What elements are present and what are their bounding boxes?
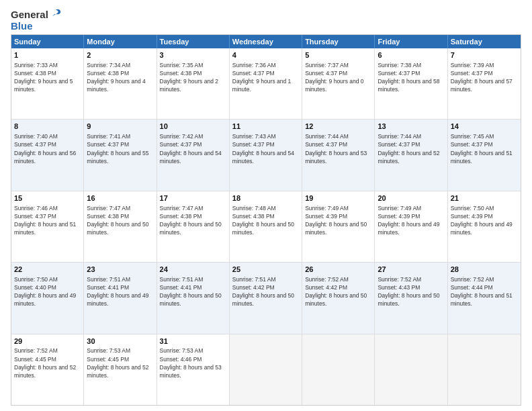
calendar-cell: 4Sunrise: 7:36 AMSunset: 4:37 PMDaylight…: [230, 48, 302, 119]
day-number: 7: [451, 50, 518, 60]
cell-info: Sunrise: 7:44 AMSunset: 4:37 PMDaylight:…: [378, 133, 439, 164]
calendar-cell: 11Sunrise: 7:43 AMSunset: 4:37 PMDayligh…: [230, 120, 302, 190]
calendar-cell: 1Sunrise: 7:33 AMSunset: 4:38 PMDaylight…: [11, 48, 84, 119]
calendar-cell: 16Sunrise: 7:47 AMSunset: 4:38 PMDayligh…: [84, 191, 157, 262]
calendar-week-row: 1Sunrise: 7:33 AMSunset: 4:38 PMDaylight…: [11, 48, 521, 119]
calendar-cell: 22Sunrise: 7:50 AMSunset: 4:40 PMDayligh…: [11, 263, 84, 333]
cell-info: Sunrise: 7:46 AMSunset: 4:37 PMDaylight:…: [14, 205, 76, 236]
day-number: 1: [14, 50, 81, 60]
page-header: General Blue: [11, 8, 521, 32]
day-number: 20: [378, 193, 444, 203]
day-number: 11: [232, 122, 299, 132]
calendar-week-row: 8Sunrise: 7:40 AMSunset: 4:37 PMDaylight…: [11, 119, 521, 190]
calendar-cell: 13Sunrise: 7:44 AMSunset: 4:37 PMDayligh…: [375, 120, 447, 190]
day-number: 15: [14, 193, 81, 203]
logo-blue-text: Blue: [11, 20, 33, 32]
day-number: 9: [87, 122, 153, 132]
day-number: 17: [160, 193, 226, 203]
calendar-cell: 9Sunrise: 7:41 AMSunset: 4:37 PMDaylight…: [84, 120, 157, 190]
day-number: 16: [87, 193, 153, 203]
calendar-cell: 2Sunrise: 7:34 AMSunset: 4:38 PMDaylight…: [84, 48, 157, 119]
cell-info: Sunrise: 7:39 AMSunset: 4:37 PMDaylight:…: [451, 62, 513, 93]
day-number: 28: [451, 265, 518, 275]
calendar-cell: 31Sunrise: 7:53 AMSunset: 4:46 PMDayligh…: [157, 334, 230, 405]
day-number: 6: [378, 50, 444, 60]
calendar-cell: 18Sunrise: 7:48 AMSunset: 4:38 PMDayligh…: [230, 191, 302, 262]
calendar-cell: 26Sunrise: 7:52 AMSunset: 4:42 PMDayligh…: [302, 263, 375, 333]
calendar-week-row: 29Sunrise: 7:52 AMSunset: 4:45 PMDayligh…: [11, 334, 521, 405]
cell-info: Sunrise: 7:52 AMSunset: 4:44 PMDaylight:…: [451, 276, 513, 307]
page-container: General Blue SundayMondayTuesdayWednesda…: [0, 0, 532, 411]
cell-info: Sunrise: 7:35 AMSunset: 4:38 PMDaylight:…: [160, 62, 218, 93]
cell-info: Sunrise: 7:53 AMSunset: 4:45 PMDaylight:…: [87, 347, 148, 378]
cell-info: Sunrise: 7:49 AMSunset: 4:39 PMDaylight:…: [378, 205, 439, 236]
calendar-cell: 15Sunrise: 7:46 AMSunset: 4:37 PMDayligh…: [11, 191, 84, 262]
cell-info: Sunrise: 7:51 AMSunset: 4:42 PMDaylight:…: [232, 276, 294, 307]
cell-info: Sunrise: 7:36 AMSunset: 4:37 PMDaylight:…: [232, 62, 291, 93]
calendar-cell: 20Sunrise: 7:49 AMSunset: 4:39 PMDayligh…: [375, 191, 447, 262]
day-number: 4: [232, 50, 299, 60]
day-number: 3: [160, 50, 226, 60]
cell-info: Sunrise: 7:45 AMSunset: 4:37 PMDaylight:…: [451, 133, 513, 164]
calendar-cell: 5Sunrise: 7:37 AMSunset: 4:37 PMDaylight…: [302, 48, 375, 119]
calendar-day-header: Saturday: [448, 35, 521, 48]
day-number: 31: [160, 336, 226, 347]
day-number: 30: [87, 336, 153, 347]
cell-info: Sunrise: 7:48 AMSunset: 4:38 PMDaylight:…: [232, 205, 294, 236]
calendar-cell: 28Sunrise: 7:52 AMSunset: 4:44 PMDayligh…: [448, 263, 521, 333]
cell-info: Sunrise: 7:47 AMSunset: 4:38 PMDaylight:…: [87, 205, 148, 236]
calendar-cell-empty: [302, 334, 375, 405]
day-number: 13: [378, 122, 444, 132]
cell-info: Sunrise: 7:49 AMSunset: 4:39 PMDaylight:…: [305, 205, 367, 236]
calendar-cell-empty: [230, 334, 302, 405]
day-number: 10: [160, 122, 226, 132]
day-number: 5: [305, 50, 371, 60]
day-number: 18: [232, 193, 299, 203]
calendar-day-header: Wednesday: [230, 35, 302, 48]
calendar-cell: 23Sunrise: 7:51 AMSunset: 4:41 PMDayligh…: [84, 263, 157, 333]
day-number: 25: [232, 265, 299, 275]
day-number: 19: [305, 193, 371, 203]
calendar-cell-empty: [448, 334, 521, 405]
day-number: 27: [378, 265, 444, 275]
day-number: 14: [451, 122, 518, 132]
calendar-cell: 3Sunrise: 7:35 AMSunset: 4:38 PMDaylight…: [157, 48, 230, 119]
calendar-cell: 10Sunrise: 7:42 AMSunset: 4:37 PMDayligh…: [157, 120, 230, 190]
calendar-day-header: Tuesday: [157, 35, 230, 48]
cell-info: Sunrise: 7:40 AMSunset: 4:37 PMDaylight:…: [14, 133, 76, 164]
cell-info: Sunrise: 7:47 AMSunset: 4:38 PMDaylight:…: [160, 205, 222, 236]
calendar-day-header: Thursday: [302, 35, 375, 48]
day-number: 22: [14, 265, 81, 275]
calendar-cell: 27Sunrise: 7:52 AMSunset: 4:43 PMDayligh…: [375, 263, 447, 333]
day-number: 12: [305, 122, 371, 132]
cell-info: Sunrise: 7:50 AMSunset: 4:40 PMDaylight:…: [14, 276, 76, 307]
calendar-cell: 25Sunrise: 7:51 AMSunset: 4:42 PMDayligh…: [230, 263, 302, 333]
cell-info: Sunrise: 7:52 AMSunset: 4:45 PMDaylight:…: [14, 347, 76, 378]
day-number: 26: [305, 265, 371, 275]
calendar-day-header: Monday: [84, 35, 157, 48]
calendar-cell: 30Sunrise: 7:53 AMSunset: 4:45 PMDayligh…: [84, 334, 157, 405]
logo-general-text: General: [11, 9, 48, 20]
calendar-cell: 29Sunrise: 7:52 AMSunset: 4:45 PMDayligh…: [11, 334, 84, 405]
calendar-week-row: 15Sunrise: 7:46 AMSunset: 4:37 PMDayligh…: [11, 191, 521, 262]
cell-info: Sunrise: 7:34 AMSunset: 4:38 PMDaylight:…: [87, 62, 145, 93]
calendar-cell: 14Sunrise: 7:45 AMSunset: 4:37 PMDayligh…: [448, 120, 521, 190]
calendar-body: 1Sunrise: 7:33 AMSunset: 4:38 PMDaylight…: [11, 48, 521, 405]
cell-info: Sunrise: 7:33 AMSunset: 4:38 PMDaylight:…: [14, 62, 73, 93]
cell-info: Sunrise: 7:44 AMSunset: 4:37 PMDaylight:…: [305, 133, 367, 164]
calendar-week-row: 22Sunrise: 7:50 AMSunset: 4:40 PMDayligh…: [11, 262, 521, 333]
cell-info: Sunrise: 7:53 AMSunset: 4:46 PMDaylight:…: [160, 347, 222, 378]
cell-info: Sunrise: 7:50 AMSunset: 4:39 PMDaylight:…: [451, 205, 513, 236]
cell-info: Sunrise: 7:51 AMSunset: 4:41 PMDaylight:…: [160, 276, 222, 307]
day-number: 23: [87, 265, 153, 275]
day-number: 24: [160, 265, 226, 275]
calendar-day-header: Sunday: [11, 35, 84, 48]
cell-info: Sunrise: 7:42 AMSunset: 4:37 PMDaylight:…: [160, 133, 222, 164]
day-number: 29: [14, 336, 81, 347]
cell-info: Sunrise: 7:51 AMSunset: 4:41 PMDaylight:…: [87, 276, 148, 307]
calendar-cell: 19Sunrise: 7:49 AMSunset: 4:39 PMDayligh…: [302, 191, 375, 262]
cell-info: Sunrise: 7:52 AMSunset: 4:43 PMDaylight:…: [378, 276, 439, 307]
cell-info: Sunrise: 7:38 AMSunset: 4:37 PMDaylight:…: [378, 62, 439, 93]
calendar-cell: 12Sunrise: 7:44 AMSunset: 4:37 PMDayligh…: [302, 120, 375, 190]
day-number: 8: [14, 122, 81, 132]
